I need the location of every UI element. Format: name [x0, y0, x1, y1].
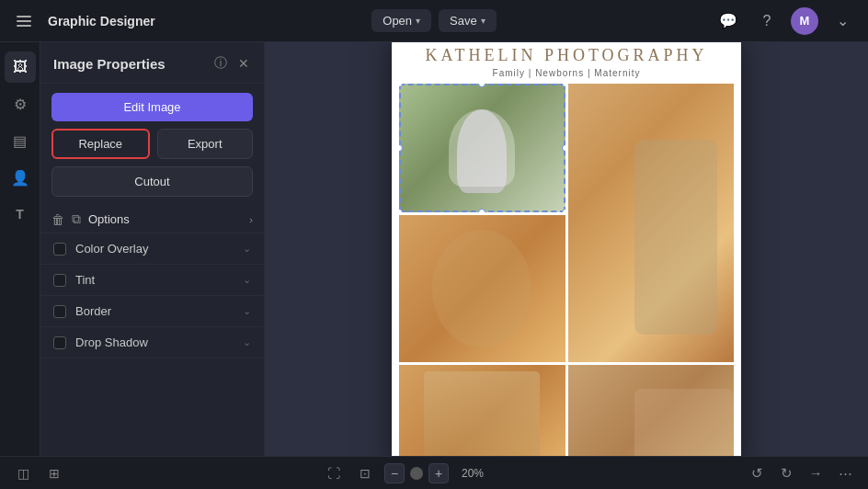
expand-button[interactable]: ⌄: [828, 6, 857, 36]
grid-bottom-button[interactable]: ⊞: [42, 461, 66, 485]
trash-icon[interactable]: 🗑: [51, 212, 64, 227]
handle-tl[interactable]: [399, 84, 403, 87]
sidebar-item-adjustments[interactable]: ⚙: [5, 88, 36, 119]
hamburger-icon: [17, 12, 35, 30]
close-panel-button[interactable]: ✕: [236, 54, 251, 73]
menu-button[interactable]: [11, 6, 40, 36]
topbar: Graphic Designer Open ▾ Save ▾ 💬 ? M ⌄: [0, 0, 868, 42]
drop-shadow-checkbox[interactable]: [53, 336, 66, 349]
more-icon: ⋯: [839, 465, 852, 482]
selection-overlay: [399, 84, 565, 212]
border-chevron-icon: ⌄: [243, 305, 251, 317]
cutout-button[interactable]: Cutout: [51, 166, 253, 197]
crop-button[interactable]: ⊡: [353, 461, 377, 485]
property-border[interactable]: Border ⌄: [40, 296, 264, 327]
replace-button[interactable]: Replace: [51, 129, 150, 159]
comment-icon: 💬: [719, 12, 737, 29]
canvas-area[interactable]: KATHELIN PHOTOGRAPHY Family | Newborns |…: [265, 42, 868, 456]
zoom-out-button[interactable]: −: [384, 463, 405, 483]
text-icon: T: [16, 207, 24, 222]
zoom-percent: 20%: [456, 467, 489, 480]
border-label: Border: [75, 304, 234, 318]
photo-header: KATHELIN PHOTOGRAPHY Family | Newborns |…: [392, 42, 741, 84]
color-overlay-checkbox[interactable]: [53, 243, 66, 256]
comment-button[interactable]: 💬: [714, 6, 743, 36]
undo-icon: ↺: [751, 465, 763, 482]
zoom-in-button[interactable]: +: [428, 463, 449, 483]
color-overlay-chevron-icon: ⌄: [243, 243, 251, 255]
sidebar-item-users[interactable]: 👤: [5, 162, 36, 193]
more-button[interactable]: ⋯: [833, 461, 857, 485]
canvas-document: KATHELIN PHOTOGRAPHY Family | Newborns |…: [392, 42, 741, 456]
forward-icon: →: [809, 465, 823, 481]
main: 🖼 ⚙ ▤ 👤 T Image Properties ⓘ ✕: [0, 42, 868, 456]
property-tint[interactable]: Tint ⌄: [40, 265, 264, 296]
options-label[interactable]: Options: [88, 212, 242, 226]
options-chevron-icon: ›: [249, 214, 253, 225]
forward-button[interactable]: →: [804, 461, 828, 485]
redo-icon: ↻: [781, 465, 793, 482]
action-buttons: Edit Image Replace Export Cutout: [40, 84, 264, 206]
save-button[interactable]: Save ▾: [439, 9, 497, 32]
info-icon: ⓘ: [214, 55, 227, 70]
export-button[interactable]: Export: [157, 129, 254, 159]
handle-tm[interactable]: [478, 84, 485, 87]
redo-button[interactable]: ↻: [774, 461, 798, 485]
open-chevron-icon: ▾: [416, 16, 420, 26]
photo-cell-3[interactable]: [399, 215, 565, 362]
handle-tr[interactable]: [562, 84, 565, 87]
grid-bottom-icon: ⊞: [49, 466, 60, 481]
panel-header: Image Properties ⓘ ✕: [40, 42, 264, 84]
handle-bm[interactable]: [478, 209, 485, 212]
app-title: Graphic Designer: [48, 14, 155, 28]
drop-shadow-label: Drop Shadow: [75, 335, 234, 349]
undo-button[interactable]: ↺: [745, 461, 769, 485]
handle-mr[interactable]: [562, 144, 565, 152]
options-row[interactable]: 🗑 ⧉ Options ›: [40, 206, 264, 233]
zoom-slider[interactable]: [410, 467, 423, 480]
image-icon: 🖼: [13, 59, 28, 75]
photo-title: KATHELIN PHOTOGRAPHY: [401, 46, 732, 65]
sidebar-item-text[interactable]: T: [5, 199, 36, 230]
bottom-right: ↺ ↻ → ⋯: [745, 461, 857, 485]
property-drop-shadow[interactable]: Drop Shadow ⌄: [40, 327, 264, 358]
photo-cell-1[interactable]: [399, 84, 565, 212]
expand-icon: ⌄: [837, 12, 849, 29]
handle-bl[interactable]: [399, 209, 403, 212]
help-button[interactable]: ?: [752, 6, 782, 36]
fit-screen-icon: ⛶: [327, 466, 340, 481]
save-chevron-icon: ▾: [481, 16, 485, 26]
property-color-overlay[interactable]: Color Overlay ⌄: [40, 233, 264, 265]
tint-chevron-icon: ⌄: [243, 274, 251, 286]
topbar-right: 💬 ? M ⌄: [497, 6, 857, 36]
adjustments-icon: ⚙: [14, 96, 27, 113]
open-button[interactable]: Open ▾: [371, 9, 431, 32]
photo-grid: [399, 84, 734, 362]
border-checkbox[interactable]: [53, 305, 66, 318]
info-button[interactable]: ⓘ: [212, 53, 229, 74]
layers-bottom-button[interactable]: ◫: [11, 461, 35, 485]
users-icon: 👤: [11, 169, 29, 187]
tint-label: Tint: [75, 273, 234, 287]
close-icon: ✕: [238, 56, 249, 71]
sidebar-item-image[interactable]: 🖼: [5, 51, 36, 83]
handle-ml[interactable]: [399, 144, 403, 152]
photo-cell-4[interactable]: [399, 365, 565, 456]
tint-checkbox[interactable]: [53, 274, 66, 287]
sidebar-item-layers[interactable]: ▤: [5, 125, 36, 156]
edit-image-button[interactable]: Edit Image: [51, 93, 253, 121]
photo-subtitle: Family | Newborns | Maternity: [401, 68, 732, 78]
handle-br[interactable]: [562, 209, 565, 212]
replace-export-row: Replace Export: [51, 129, 253, 159]
photo-cell-2[interactable]: [568, 84, 735, 362]
panel-title: Image Properties: [53, 56, 166, 72]
fit-screen-button[interactable]: ⛶: [322, 461, 346, 485]
layers-bottom-icon: ◫: [17, 466, 29, 481]
photo-cell-5[interactable]: [568, 365, 735, 456]
drop-shadow-chevron-icon: ⌄: [243, 336, 251, 348]
topbar-center: Open ▾ Save ▾: [371, 9, 496, 32]
duplicate-icon[interactable]: ⧉: [72, 211, 81, 227]
bottom-bar: ◫ ⊞ ⛶ ⊡ − + 20% ↺ ↻ → ⋯: [0, 456, 868, 489]
zoom-controls: − +: [384, 463, 449, 483]
avatar[interactable]: M: [791, 7, 818, 35]
